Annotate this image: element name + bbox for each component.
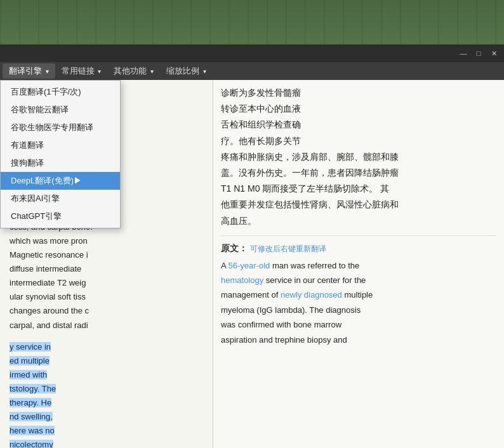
text-magnetic: Magnetic resonance i [10, 250, 88, 260]
original-hint: 可修改后右键重新翻译 [250, 244, 326, 253]
translate-engine-dropdown: 百度翻译(1千字/次) 谷歌智能云翻译 谷歌生物医学专用翻译 有道翻译 搜狗翻译… [0, 80, 121, 228]
text-changes: changes around the c [10, 306, 89, 315]
text-diffuse: diffuse intermediate [10, 264, 81, 273]
minimize-button[interactable]: — [458, 48, 468, 58]
original-section: 原文： 可修改后右键重新翻译 A 56-year-old man was ref… [221, 242, 496, 347]
highlight-service-in: y service in [10, 342, 51, 352]
title-bar-controls: — □ ✕ [458, 48, 499, 58]
cn-line-3: 舌检和组织学检查确 [221, 119, 301, 129]
cn-line-4: 疗。他有长期多关节 [221, 136, 301, 146]
highlight-swelling: nd swelling, [10, 412, 53, 421]
dropdown-item-budayi[interactable]: 布来因AI引擎 [1, 190, 120, 208]
highlight-ed-multiple: ed multiple [10, 356, 50, 366]
dropdown-item-google-cloud[interactable]: 谷歌智能云翻译 [1, 101, 120, 119]
original-label: 原文： [221, 243, 248, 253]
cn-line-7: T1 N1 M0 期而接受了左半结肠切除术。 其 [221, 183, 389, 194]
blue-newly: newly [281, 290, 302, 300]
cn-line-2: 转诊至本中心的血液 [221, 103, 301, 114]
highlight-histology: tstology. The [10, 384, 56, 393]
original-label-row: 原文： 可修改后右键重新翻译 [221, 242, 496, 254]
dropdown-item-sougou[interactable]: 搜狗翻译 [1, 154, 120, 172]
cn-line-1: 诊断为多发性骨髓瘤 [221, 88, 301, 98]
cn-line-6: 盖。没有外伤史。一年前，患者因降结肠肿瘤 [221, 168, 399, 178]
text-intermediate: intermediate T2 weig [10, 278, 86, 287]
menu-translate-engine[interactable]: 翻译引擎 ▾ [3, 63, 55, 79]
main-window: — □ ✕ 翻译引擎 ▾ 常用链接 ▾ 其他功能 ▾ 缩放比例 ▾ 百度翻译(1… [0, 44, 504, 448]
chinese-translation: 诊断为多发性骨髓瘤 转诊至本中心的血液 舌检和组织学检查确 疗。他有长期多关节 … [221, 85, 496, 229]
cn-line-9: 高血压。 [221, 216, 256, 226]
text-block-highlighted: y service in ed multiple irmed with tsto… [10, 340, 203, 448]
text-synovial: ular synovial soft tiss [10, 292, 86, 301]
blue-diagnosed: diagnosed [304, 290, 342, 300]
highlight-no: here was no [10, 426, 55, 435]
menu-zoom[interactable]: 缩放比例 ▾ [160, 63, 213, 79]
dropdown-item-baidu[interactable]: 百度翻译(1千字/次) [1, 83, 120, 101]
blue-hematology: hematology [221, 275, 263, 285]
dropdown-item-deepl[interactable]: DeepL翻译(免费)▶ [1, 172, 120, 190]
maximize-button[interactable]: □ [474, 48, 484, 58]
dropdown-item-youdao[interactable]: 有道翻译 [1, 136, 120, 154]
blue-56: 56-year-old [229, 261, 270, 270]
menu-other-functions[interactable]: 其他功能 ▾ [107, 63, 160, 79]
cn-line-5: 疼痛和肿胀病史，涉及肩部、腕部、髋部和膝 [221, 152, 399, 162]
section-divider [221, 235, 496, 236]
title-bar: — □ ✕ [0, 44, 504, 62]
text-carpal: carpal, and distal radi [10, 320, 88, 330]
menu-bar: 翻译引擎 ▾ 常用链接 ▾ 其他功能 ▾ 缩放比例 ▾ 百度翻译(1千字/次) … [0, 62, 504, 80]
highlight-therapy: therapy. He [10, 398, 51, 407]
right-panel[interactable]: 诊断为多发性骨髓瘤 转诊至本中心的血液 舌检和组织学检查确 疗。他有长期多关节 … [213, 80, 504, 448]
dropdown-item-chatgpt[interactable]: ChatGPT引擎 [1, 208, 120, 225]
text-which: which was more pron [10, 236, 88, 246]
dropdown-item-google-bio[interactable]: 谷歌生物医学专用翻译 [1, 119, 120, 136]
menu-common-links[interactable]: 常用链接 ▾ [55, 63, 108, 79]
close-button[interactable]: ✕ [489, 48, 499, 58]
english-original-text: A 56-year-old man was referred to the he… [221, 258, 496, 347]
highlight-irmed-with: irmed with [10, 370, 47, 379]
highlight-nicolectomy: nicolectomy [10, 440, 53, 448]
cn-line-8: 他重要并发症包括慢性肾病、风湿性心脏病和 [221, 199, 399, 209]
